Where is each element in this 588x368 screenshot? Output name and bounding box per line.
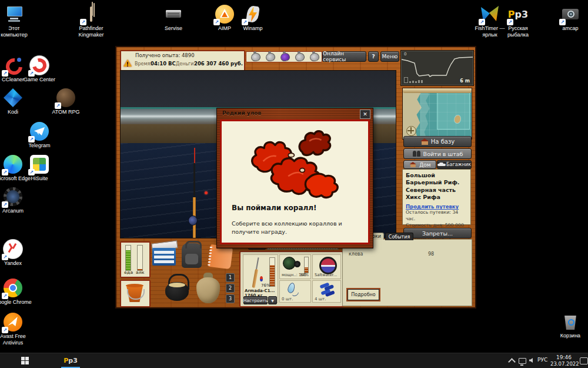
rod-cell[interactable]: 76% Armada-C1... 1760 кг <box>243 254 278 303</box>
extend-ticket-link[interactable]: Продлить путевку <box>406 204 467 210</box>
line-spool-icon <box>319 257 337 274</box>
menu-button[interactable]: Меню <box>380 51 399 62</box>
rod-dropdown-button[interactable]: ▼ <box>268 296 277 304</box>
kodi-icon <box>4 88 22 107</box>
icon-label: Arcanum <box>2 208 24 214</box>
alcohol-gauge-label: алк <box>136 270 145 275</box>
pouch-icon[interactable] <box>309 52 320 61</box>
shortcut-arrow-icon <box>242 19 248 25</box>
speaker-icon[interactable] <box>529 358 533 363</box>
tacklebox-item[interactable] <box>151 241 178 267</box>
pouch-icon[interactable] <box>265 52 276 61</box>
yandex-icon <box>4 240 22 258</box>
icon-label: Корзина <box>560 333 580 339</box>
map-selected-area <box>437 91 470 130</box>
clock-time: 19:46 <box>550 354 577 361</box>
tab-trunk-label: Багажник <box>446 162 471 167</box>
rr3-logo-rest: р3 <box>68 357 78 364</box>
menu-label: Меню <box>382 54 398 59</box>
hisuite-icon <box>30 155 49 174</box>
notification-center-icon[interactable] <box>580 357 588 364</box>
desktop-icon-game-center[interactable]: Game Center <box>21 56 58 83</box>
desktop-icon-this-pc[interactable]: Этот компьютер <box>0 5 33 38</box>
line-cell[interactable]: Saltwater... <box>312 254 341 279</box>
ticket-remaining: Осталось путевки: 34 час. <box>406 210 467 223</box>
start-button[interactable] <box>18 353 32 368</box>
details-button[interactable]: Подробно <box>348 289 379 300</box>
desktop-icon-arcanum[interactable]: Arcanum <box>0 187 32 214</box>
atom-rpg-icon <box>56 88 75 107</box>
tray-chevron-up-icon[interactable] <box>508 358 516 366</box>
desktop-icon-amcap[interactable]: amcap <box>552 5 588 32</box>
alcohol-gauge <box>137 245 143 271</box>
slot-button-1[interactable]: 1 <box>226 273 235 282</box>
arcanum-gear-icon <box>4 187 22 206</box>
minimap[interactable] <box>402 88 472 140</box>
tab-home[interactable]: Дом <box>403 160 436 169</box>
icon-label: Pathfinder Kingmaker <box>72 25 110 38</box>
shortcut-arrow-icon <box>2 327 8 333</box>
camera-icon <box>561 5 580 24</box>
desktop-icon-russian-fishing[interactable]: Рр3 Русская рыбалка <box>499 5 537 38</box>
dialog-body: Вы поймали коралл! Соберите всю коллекци… <box>220 120 370 244</box>
pouch-icon[interactable] <box>250 52 261 61</box>
money-value: 206 307 460 руб. <box>194 61 243 67</box>
icon-label: Avast Free Antivirus <box>0 333 32 346</box>
fishing-rod[interactable] <box>193 163 195 198</box>
slot-button-3[interactable]: 3 <box>226 294 235 303</box>
taskbar-clock[interactable]: 19:46 23.07.2022 <box>550 354 577 367</box>
winamp-icon <box>243 5 262 24</box>
taskbar-app-rr3[interactable]: Рр3 <box>61 353 80 368</box>
desktop-icon-servise[interactable]: Servise <box>155 5 192 32</box>
rr3-logo-letter: Р <box>64 357 68 364</box>
server-icon <box>164 5 183 24</box>
desktop-icon-hisuite[interactable]: HiSuite <box>21 155 58 182</box>
desktop-icon-yandex[interactable]: Yandex <box>0 240 32 267</box>
to-base-button[interactable]: На базу <box>403 136 472 147</box>
desktop-icon-atom-rpg[interactable]: ATOM RPG <box>47 88 85 115</box>
sack-item[interactable] <box>196 273 220 303</box>
desktop-icon-recycle-bin[interactable]: Корзина <box>552 312 588 339</box>
desktop-icon-avast[interactable]: Avast Free Antivirus <box>0 313 32 346</box>
bait-cell[interactable]: 4 шт. <box>312 280 341 303</box>
bucket-panel[interactable] <box>120 280 151 307</box>
lure-cell[interactable]: 0 шт. <box>279 280 311 303</box>
desktop-icon-telegram[interactable]: Telegram <box>21 122 58 149</box>
pouch-icon-full[interactable] <box>280 52 290 61</box>
configure-button[interactable]: Настроить <box>243 296 268 304</box>
help-label: ? <box>372 54 375 59</box>
rod-load-value: 76% <box>261 283 270 288</box>
icon-label: Kodi <box>8 109 18 115</box>
help-button[interactable]: ? <box>368 51 379 62</box>
desktop-icon-chrome[interactable]: Google Chrome <box>0 279 32 306</box>
pouch-icon[interactable] <box>295 52 305 61</box>
icon-label: Game Center <box>24 77 55 83</box>
house-icon <box>410 162 417 167</box>
rod-panel: 76% Armada-C1... 1760 кг Настроить ▼ мощ… <box>239 251 343 307</box>
enter-hq-button[interactable]: Войти в штаб <box>403 148 472 159</box>
recycle-bin-icon <box>561 312 580 331</box>
dialog-text: Соберите всю коллекцию кораллов и получи… <box>232 220 362 237</box>
close-icon: ✕ <box>363 111 368 117</box>
bans-button[interactable]: Запреты... <box>403 228 472 238</box>
shortcut-arrow-icon <box>2 70 8 77</box>
aimp-icon <box>215 5 234 24</box>
icon-label: HiSuite <box>31 175 48 182</box>
tab-trunk[interactable]: Багажник <box>437 160 472 169</box>
backpack-item[interactable] <box>180 241 203 269</box>
rod-load-gauge <box>269 257 275 287</box>
desktop-icon-winamp[interactable]: Winamp <box>234 5 272 32</box>
online-services-button[interactable]: Онлайн сервисы <box>322 51 366 62</box>
reel-cell[interactable]: мощн..: 165 34% <box>279 254 311 279</box>
cauldron-item[interactable] <box>165 273 189 302</box>
network-icon[interactable] <box>519 358 526 364</box>
tab-events-label: События <box>389 234 410 240</box>
desktop-icon-kodi[interactable]: Kodi <box>0 88 32 115</box>
tab-events[interactable]: События <box>385 233 413 240</box>
slot-button-2[interactable]: 2 <box>226 284 235 293</box>
desktop-icon-pathfinder[interactable]: Pathfinder Kingmaker <box>72 5 110 38</box>
language-indicator[interactable]: РУС <box>537 357 547 363</box>
close-button[interactable]: ✕ <box>360 110 370 119</box>
backpack-pocket <box>185 254 198 264</box>
dialog-titlebar[interactable]: Редкий улов ✕ <box>217 108 373 120</box>
